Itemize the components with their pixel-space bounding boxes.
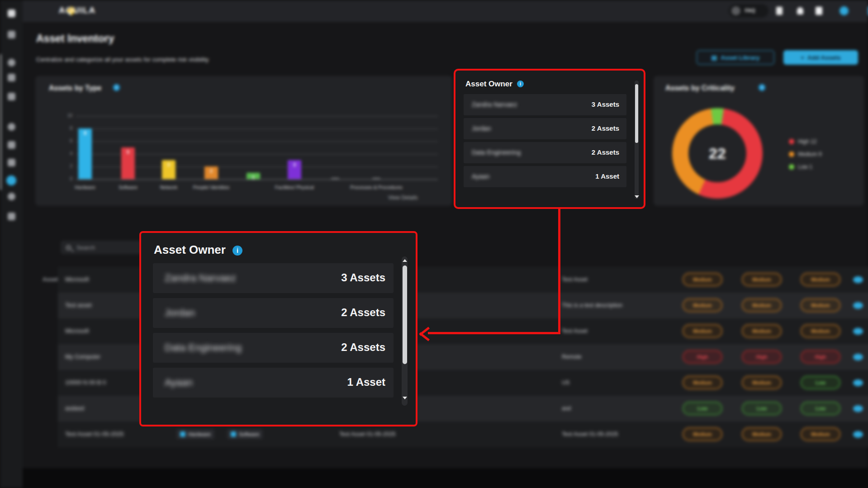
- view-eye-icon[interactable]: [853, 431, 863, 438]
- scrollbar-thumb[interactable]: [403, 265, 407, 364]
- nav-reports-icon[interactable]: [8, 141, 15, 149]
- asset-name-cell: Microsoft: [65, 276, 89, 283]
- x-axis-label: People/ Identities: [182, 185, 241, 190]
- home-icon[interactable]: [8, 9, 15, 17]
- owner-asset-count: 1 Asset: [595, 172, 619, 180]
- location-cell: US: [562, 379, 569, 386]
- app-root: AQUILA FAQ Asset Inventory Centralize an…: [0, 0, 868, 488]
- chart-bar[interactable]: [372, 178, 380, 179]
- view-eye-icon[interactable]: [853, 302, 863, 309]
- nav-dash-icon[interactable]: [8, 74, 15, 81]
- location-cell: This is a test description: [562, 302, 622, 308]
- help-pill[interactable]: FAQ: [729, 4, 768, 18]
- avatar-icon[interactable]: [840, 6, 849, 15]
- nav-files-icon[interactable]: [8, 159, 15, 166]
- sidebar-edge-strip: [0, 54, 1, 190]
- owner-name: Zandra Narvaez: [472, 101, 517, 108]
- asset-owner-panel: Asset Owner i Zandra Narvaez3 AssetsJord…: [454, 69, 645, 209]
- x-axis-label: Processes & Procedures: [347, 185, 406, 190]
- asset-name-cell: My Computer: [65, 353, 100, 360]
- owner-row[interactable]: Ayaan1 Asset: [153, 368, 394, 398]
- bar-value-label: 8: [78, 131, 92, 136]
- legend-dot-icon: [789, 139, 794, 144]
- nav-assets-icon[interactable]: [6, 175, 16, 185]
- sensitivity-badge: Medium: [742, 298, 782, 312]
- owner-name: Ayaan: [165, 377, 193, 389]
- type-chip[interactable]: Hardware: [176, 429, 214, 439]
- chart-bar[interactable]: [78, 128, 92, 179]
- legend-item: Low 1: [789, 164, 812, 170]
- nav-users-icon[interactable]: [8, 123, 15, 131]
- owner-row[interactable]: Data Engineering2 Assets: [464, 142, 626, 163]
- scroll-down-icon[interactable]: [403, 397, 407, 399]
- owner-row[interactable]: Jordan2 Assets: [464, 118, 626, 139]
- chart-bar[interactable]: [331, 178, 339, 179]
- panel-toggle-icon[interactable]: [8, 31, 15, 38]
- y-tick-label: 8: [61, 126, 72, 131]
- nav-shield-icon[interactable]: [8, 193, 15, 200]
- info-icon[interactable]: i: [232, 246, 242, 256]
- scroll-down-icon[interactable]: [635, 195, 639, 198]
- criticality-title: Assets by Criticality: [665, 84, 735, 92]
- owner-asset-count: 3 Assets: [592, 100, 619, 108]
- annotation-line-vertical: [558, 209, 560, 334]
- view-eye-icon[interactable]: [853, 379, 863, 386]
- view-eye-icon[interactable]: [853, 354, 863, 360]
- exposure-badge: Medium: [801, 427, 840, 441]
- scrollbar-thumb[interactable]: [635, 84, 638, 143]
- info-icon[interactable]: i: [113, 84, 120, 91]
- owner-row[interactable]: Jordan2 Assets: [153, 298, 394, 328]
- owner-row[interactable]: Zandra Narvaez3 Assets: [153, 263, 394, 293]
- sensitivity-badge: Medium: [742, 427, 782, 441]
- criticality-donut-chart: 22: [672, 108, 763, 199]
- criticality-badge: Low: [683, 402, 722, 415]
- info-icon[interactable]: i: [759, 84, 765, 91]
- legend-label: Medium 9: [798, 151, 822, 157]
- brand-logo[interactable]: AQUILA: [59, 5, 96, 17]
- asset-name-cell: asdasd: [65, 405, 84, 412]
- scroll-up-icon[interactable]: [403, 259, 407, 262]
- owner-row[interactable]: Ayaan1 Asset: [464, 166, 626, 187]
- chart-gridline: [76, 128, 438, 129]
- owner-name: Jordan: [472, 125, 491, 132]
- owner-asset-count: 1 Asset: [347, 376, 386, 389]
- assets-by-type-title: Assets by Type: [49, 84, 101, 92]
- assets-by-type-panel: Assets by Type i 10864208Hardware5Softwa…: [35, 76, 452, 206]
- view-eye-icon[interactable]: [853, 328, 863, 335]
- sensitivity-badge: Medium: [742, 324, 782, 338]
- search-icon: [66, 245, 71, 250]
- view-eye-icon[interactable]: [853, 276, 863, 283]
- asset-library-button[interactable]: ▤ Asset Library: [697, 50, 774, 65]
- owner-name: Jordan: [165, 307, 195, 319]
- legend-label: High 12: [798, 138, 816, 145]
- bar-value-label: 3: [288, 162, 301, 167]
- criticality-badge: Medium: [683, 298, 722, 312]
- add-assets-button[interactable]: + Add Assets: [783, 50, 858, 65]
- type-chip[interactable]: Software: [227, 429, 263, 439]
- documents-icon[interactable]: [776, 7, 783, 15]
- top-navbar: AQUILA FAQ: [23, 0, 868, 22]
- owner-name: Ayaan: [472, 173, 489, 180]
- owner-row[interactable]: Zandra Narvaez3 Assets: [464, 94, 626, 115]
- view-eye-icon[interactable]: [853, 405, 863, 412]
- page-title: Asset Inventory: [36, 33, 114, 45]
- owner-asset-count: 2 Assets: [592, 148, 619, 156]
- donut-total: 22: [688, 124, 746, 182]
- owner-row[interactable]: Data Engineering2 Assets: [153, 333, 394, 363]
- sensitivity-badge: Medium: [742, 376, 782, 389]
- bar-value-label: 5: [121, 150, 135, 155]
- location-cell: Remote: [562, 354, 582, 360]
- nav-grid-icon[interactable]: [8, 93, 15, 100]
- type-chip-icon: [180, 431, 185, 437]
- asset-owner-title: Asset Owner: [465, 80, 512, 89]
- y-tick-label: 4: [61, 151, 72, 156]
- y-tick-label: 0: [61, 176, 72, 181]
- nav-settings-icon[interactable]: [8, 213, 15, 220]
- nav-dot-icon[interactable]: [8, 59, 15, 66]
- info-icon[interactable]: i: [517, 81, 524, 87]
- clipboard-icon[interactable]: [816, 7, 822, 15]
- notifications-icon[interactable]: [797, 7, 803, 14]
- sensitivity-badge: Medium: [742, 273, 782, 286]
- chart-details-link[interactable]: View Details: [388, 194, 418, 201]
- chart-gridline: [76, 141, 438, 142]
